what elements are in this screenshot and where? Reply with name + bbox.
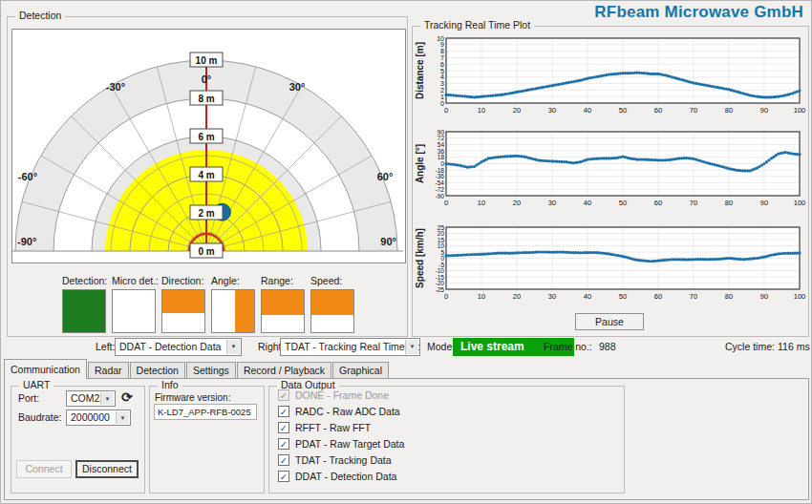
tab-graphical[interactable]: Graphical bbox=[332, 362, 389, 379]
tab-record-playback[interactable]: Record / Playback bbox=[237, 362, 331, 379]
angle-label: -90° bbox=[17, 236, 36, 247]
x-tick-label: 60 bbox=[654, 292, 662, 301]
range-label: 10 m bbox=[196, 55, 218, 66]
checkbox-tdat[interactable]: ✓TDAT - Tracking Data bbox=[278, 452, 392, 467]
checkbox-box[interactable]: ✓ bbox=[278, 471, 289, 482]
firmware-version-value: K-LD7_APP-RFB-0025 bbox=[154, 404, 257, 420]
x-tick-label: 10 bbox=[478, 106, 485, 115]
angle-label: 30° bbox=[289, 81, 306, 93]
range-label: 4 m bbox=[198, 170, 214, 180]
x-tick-label: 0 bbox=[444, 106, 448, 115]
chevron-down-icon: ▼ bbox=[116, 411, 129, 424]
range-label: 8 m bbox=[198, 94, 214, 104]
brand-title: RFbeam Microwave GmbH bbox=[594, 3, 803, 22]
x-tick-label: 20 bbox=[513, 106, 521, 115]
indicator-direction: Direction: bbox=[161, 275, 211, 333]
tab-detection[interactable]: Detection bbox=[130, 362, 185, 379]
indicator-fill bbox=[311, 290, 353, 315]
checkbox-label: TDAT - Tracking Data bbox=[295, 454, 392, 466]
pause-button[interactable]: Pause bbox=[575, 313, 644, 330]
x-tick-label: 0 bbox=[444, 292, 448, 301]
radar-frame: 0°-30°30°-60°60°-90°90°10 m8 m6 m4 m2 m0… bbox=[11, 29, 406, 263]
indicator-label: Direction: bbox=[161, 275, 211, 286]
left-plot-select[interactable]: DDAT - Detection Data ▼ bbox=[115, 338, 242, 356]
disconnect-button[interactable]: Disconnect bbox=[75, 460, 139, 478]
indicator-label: Speed: bbox=[310, 275, 360, 286]
baudrate-label: Baudrate: bbox=[18, 409, 62, 427]
mode-label: Mode: bbox=[427, 338, 455, 356]
indicator-label: Angle: bbox=[211, 275, 261, 286]
indicator-label: Detection: bbox=[62, 275, 112, 286]
y-axis-title: Distance [m] bbox=[415, 42, 425, 99]
checkbox-pdat[interactable]: ✓PDAT - Raw Target Data bbox=[278, 436, 404, 451]
bottom-tabbar: CommunicationRadarDetectionSettingsRecor… bbox=[4, 359, 390, 379]
x-tick-label: 70 bbox=[690, 199, 697, 207]
x-tick-label: 70 bbox=[690, 106, 697, 115]
speed-chart: 2520151050-5-10-15-20-250102030405060708… bbox=[415, 221, 806, 311]
distance-chart: 1098765432100102030405060708090100Distan… bbox=[415, 32, 806, 124]
angle-label: 60° bbox=[377, 171, 394, 182]
tab-radar[interactable]: Radar bbox=[88, 362, 129, 379]
x-tick-label: 10 bbox=[478, 199, 485, 207]
indicator-value-box bbox=[310, 289, 354, 333]
detection-panel-title: Detection bbox=[15, 10, 65, 21]
chevron-down-icon: ▼ bbox=[405, 340, 418, 354]
checkbox-rfft[interactable]: ✓RFFT - Raw FFT bbox=[278, 420, 371, 434]
indicator-label: Micro det.: bbox=[112, 275, 161, 286]
tab-settings[interactable]: Settings bbox=[186, 362, 236, 379]
indicator-fill bbox=[162, 290, 204, 313]
checkbox-box[interactable]: ✓ bbox=[278, 454, 289, 466]
x-tick-label: 40 bbox=[584, 199, 591, 207]
port-select[interactable]: COM22 ▼ bbox=[66, 390, 116, 407]
y-tick-label: -90 bbox=[436, 193, 445, 200]
frame-no-value: 988 bbox=[599, 338, 616, 356]
chevron-down-icon: ▼ bbox=[100, 392, 114, 405]
port-label: Port: bbox=[18, 389, 39, 408]
indicator-range: Range: bbox=[261, 275, 310, 333]
checkbox-radc[interactable]: ✓RADC - Raw ADC Data bbox=[278, 404, 400, 418]
angle-label: 90° bbox=[380, 236, 396, 247]
x-tick-label: 30 bbox=[548, 292, 556, 301]
x-tick-label: 20 bbox=[513, 292, 521, 301]
indicator-micro-det: Micro det.: bbox=[112, 275, 161, 333]
angle-label: 0° bbox=[202, 74, 212, 85]
checkbox-box[interactable]: ✓ bbox=[278, 406, 289, 417]
indicator-fill bbox=[262, 290, 304, 315]
x-tick-label: 50 bbox=[619, 199, 627, 207]
tracking-panel: Tracking Real Time Plot 1098765432100102… bbox=[412, 26, 809, 337]
x-tick-label: 70 bbox=[690, 292, 697, 301]
x-tick-label: 100 bbox=[794, 292, 806, 301]
checkbox-box[interactable]: ✓ bbox=[278, 438, 289, 450]
x-tick-label: 30 bbox=[548, 199, 556, 207]
y-tick-label: -25 bbox=[436, 286, 445, 293]
checkbox-box[interactable]: ✓ bbox=[278, 422, 289, 433]
checkbox-label: RADC - Raw ADC Data bbox=[295, 406, 400, 417]
checkbox-label: PDAT - Raw Target Data bbox=[295, 438, 404, 450]
baudrate-select[interactable]: 2000000 ▼ bbox=[66, 410, 131, 426]
checkbox-done: ✓DONE - Frame Done bbox=[278, 388, 389, 402]
x-tick-label: 50 bbox=[619, 106, 627, 115]
x-tick-label: 60 bbox=[654, 199, 662, 207]
radar-plot: 0°-30°30°-60°60°-90°90°10 m8 m6 m4 m2 m0… bbox=[12, 30, 403, 261]
chevron-down-icon: ▼ bbox=[226, 340, 240, 354]
detection-indicators: Detection:Micro det.:Direction:Angle:Ran… bbox=[8, 275, 405, 334]
x-tick-label: 30 bbox=[548, 106, 556, 115]
refresh-ports-icon[interactable]: ⟳ bbox=[121, 389, 133, 405]
x-tick-label: 90 bbox=[760, 292, 768, 301]
indicator-value-box bbox=[211, 289, 255, 333]
indicator-speed: Speed: bbox=[310, 275, 360, 333]
tab-communication[interactable]: Communication bbox=[4, 359, 87, 379]
x-tick-label: 10 bbox=[478, 292, 485, 301]
left-plot-value: DDAT - Detection Data bbox=[119, 341, 221, 352]
baudrate-value: 2000000 bbox=[71, 411, 110, 423]
checkbox-ddat[interactable]: ✓DDAT - Detection Data bbox=[278, 469, 396, 483]
x-tick-label: 40 bbox=[584, 292, 591, 301]
tracking-panel-title: Tracking Real Time Plot bbox=[420, 19, 534, 31]
connect-button[interactable]: Connect bbox=[16, 460, 72, 478]
right-plot-value: TDAT - Tracking Real Time Plot bbox=[285, 341, 420, 352]
x-tick-label: 20 bbox=[513, 199, 521, 207]
checkbox-box: ✓ bbox=[278, 389, 289, 401]
x-tick-label: 90 bbox=[760, 199, 768, 207]
checkbox-label: DDAT - Detection Data bbox=[295, 471, 396, 482]
right-plot-select[interactable]: TDAT - Tracking Real Time Plot ▼ bbox=[280, 338, 420, 356]
